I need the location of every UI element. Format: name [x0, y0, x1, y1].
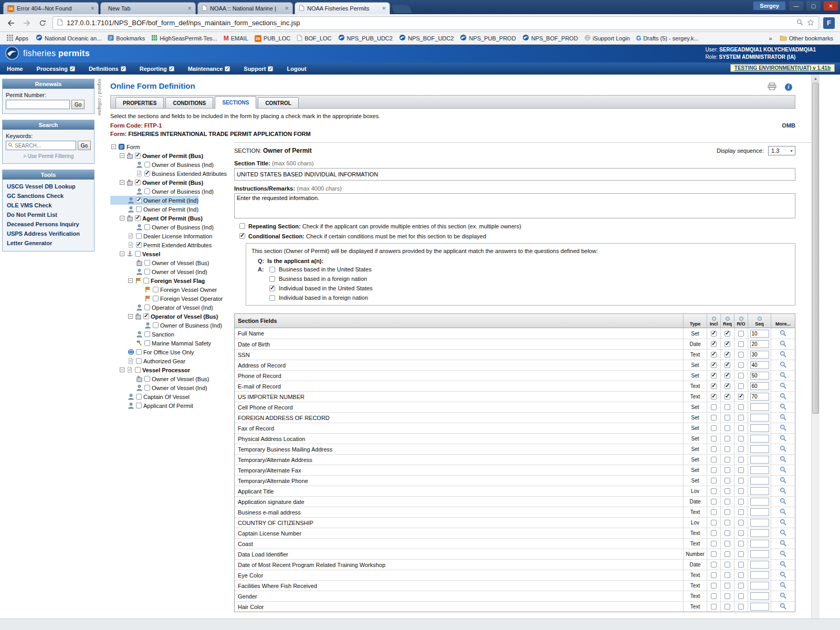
tree-checkbox[interactable] [144, 162, 150, 167]
tab-control[interactable]: CONTROL [258, 97, 298, 108]
field-ro-checkbox[interactable] [738, 446, 744, 452]
field-ro-checkbox[interactable] [738, 436, 744, 442]
tree-checkbox[interactable] [143, 278, 149, 284]
tree-node[interactable]: −Vessel Processor [110, 365, 190, 374]
field-seq-input[interactable] [750, 340, 769, 348]
field-ro-checkbox[interactable] [738, 404, 744, 410]
tree-expander[interactable]: − [120, 216, 124, 220]
tree-node[interactable]: Foreign Vessel Operator [110, 294, 223, 303]
tree-checkbox[interactable] [135, 153, 141, 159]
tree-node[interactable]: Dealer License Information [110, 232, 212, 240]
field-req-checkbox[interactable] [724, 383, 730, 389]
field-incl-checkbox[interactable] [711, 331, 717, 337]
field-detail-magnifier-icon[interactable] [780, 382, 786, 390]
field-detail-magnifier-icon[interactable] [780, 466, 786, 474]
field-ro-checkbox[interactable] [738, 362, 744, 368]
back-button[interactable] [5, 17, 17, 29]
tree-checkbox[interactable] [153, 296, 159, 301]
field-detail-magnifier-icon[interactable] [780, 351, 786, 359]
field-detail-magnifier-icon[interactable] [780, 603, 786, 611]
zoom-icon[interactable] [796, 19, 803, 27]
tab-sections[interactable]: SECTIONS [215, 96, 256, 109]
field-ro-checkbox[interactable] [738, 520, 744, 526]
field-ro-checkbox[interactable] [738, 467, 744, 473]
browser-tab[interactable]: New Tab✕ [100, 2, 196, 14]
field-ro-checkbox[interactable] [738, 541, 744, 547]
answer-checkbox[interactable] [269, 286, 275, 291]
field-detail-magnifier-icon[interactable] [780, 340, 786, 348]
nav-item[interactable]: Reporting✓ [133, 66, 181, 72]
field-req-checkbox[interactable] [724, 478, 730, 484]
field-incl-checkbox[interactable] [711, 446, 717, 452]
tree-node[interactable]: Permit Extended Attributes [110, 240, 212, 249]
field-incl-checkbox[interactable] [711, 572, 717, 578]
field-req-checkbox[interactable] [724, 572, 730, 578]
address-bar[interactable]: 127.0.0.1:7101/NPS_BOF/bof_form_def/nps_… [52, 16, 819, 30]
field-ro-checkbox[interactable] [738, 415, 744, 421]
field-seq-input[interactable] [750, 382, 769, 390]
print-icon[interactable] [768, 82, 776, 91]
answer-checkbox[interactable] [269, 267, 275, 272]
tree-checkbox[interactable] [153, 287, 159, 292]
nav-item[interactable]: Support✓ [237, 66, 280, 72]
field-seq-input[interactable] [750, 445, 769, 453]
field-detail-magnifier-icon[interactable] [780, 424, 786, 432]
field-req-checkbox[interactable] [724, 467, 730, 473]
tab-conditions[interactable]: CONDITIONS [165, 97, 213, 108]
field-ro-checkbox[interactable] [738, 583, 744, 589]
browser-tab[interactable]: 26Error 404--Not Found✕ [3, 2, 99, 14]
field-ro-checkbox[interactable] [738, 478, 744, 484]
tree-node[interactable]: Owner of Business (Ind) [110, 223, 214, 232]
field-ro-checkbox[interactable] [738, 562, 744, 568]
field-req-checkbox[interactable] [724, 583, 730, 589]
field-incl-checkbox[interactable] [711, 541, 717, 547]
tree-node[interactable]: Captain Of Vessel [110, 392, 190, 401]
field-detail-magnifier-icon[interactable] [780, 529, 786, 537]
field-incl-checkbox[interactable] [711, 341, 717, 347]
field-detail-magnifier-icon[interactable] [780, 414, 786, 422]
tree-checkbox[interactable] [135, 180, 141, 185]
field-req-checkbox[interactable] [724, 593, 730, 599]
field-ro-checkbox[interactable] [738, 331, 744, 337]
answer-checkbox[interactable] [269, 295, 275, 301]
field-seq-input[interactable] [750, 508, 769, 516]
bookmark-item[interactable]: MEMAIL [221, 34, 251, 43]
field-incl-checkbox[interactable] [711, 593, 717, 599]
field-incl-checkbox[interactable] [711, 362, 717, 368]
bookmark-item[interactable]: iSupport Login [582, 34, 633, 43]
field-incl-checkbox[interactable] [711, 425, 717, 431]
browser-tab[interactable]: NOAA :: National Marine |✕ [197, 2, 293, 14]
search-input[interactable] [15, 143, 60, 149]
tree-node[interactable]: Owner of Permit (Ind) [110, 205, 198, 214]
nav-item[interactable]: Definitions✓ [82, 66, 133, 72]
field-seq-input[interactable] [750, 561, 769, 569]
tool-link[interactable]: GC Sanctions Check [3, 191, 94, 201]
field-ro-checkbox[interactable] [738, 383, 744, 389]
browser-tab[interactable]: NOAA Fisheries Permits✕ [295, 2, 390, 14]
tree-checkbox[interactable] [153, 322, 159, 328]
tree-checkbox[interactable] [135, 367, 141, 373]
field-detail-magnifier-icon[interactable] [780, 372, 786, 380]
tab-close-icon[interactable]: ✕ [285, 6, 289, 11]
tool-link[interactable]: Do Not Permit List [3, 210, 94, 219]
field-detail-magnifier-icon[interactable] [780, 456, 786, 464]
tool-link[interactable]: Letter Generator [3, 238, 94, 248]
tool-link[interactable]: USCG Vessel DB Lookup [3, 182, 94, 191]
tree-node[interactable]: Owner of Vessel (Ind) [110, 267, 207, 276]
field-req-checkbox[interactable] [724, 509, 730, 515]
tree-node[interactable]: −Foreign Vessel Flag [110, 276, 205, 285]
field-detail-magnifier-icon[interactable] [780, 477, 786, 485]
field-req-checkbox[interactable] [724, 373, 730, 379]
field-ro-checkbox[interactable] [738, 604, 744, 610]
tree-node[interactable]: Owner of Business (Ind) [110, 321, 222, 330]
field-req-checkbox[interactable] [724, 499, 730, 505]
field-req-checkbox[interactable] [724, 436, 730, 442]
tree-node[interactable]: Marine Mammal Safety [110, 339, 211, 348]
field-incl-checkbox[interactable] [711, 352, 717, 358]
field-incl-checkbox[interactable] [711, 373, 717, 379]
field-seq-input[interactable] [750, 571, 769, 579]
instructions-textarea[interactable]: Enter the requested information. [234, 193, 795, 218]
tree-checkbox[interactable] [144, 269, 150, 275]
field-incl-checkbox[interactable] [711, 394, 717, 400]
bookmark-item[interactable]: NPS_BOF_PROD [520, 33, 581, 43]
